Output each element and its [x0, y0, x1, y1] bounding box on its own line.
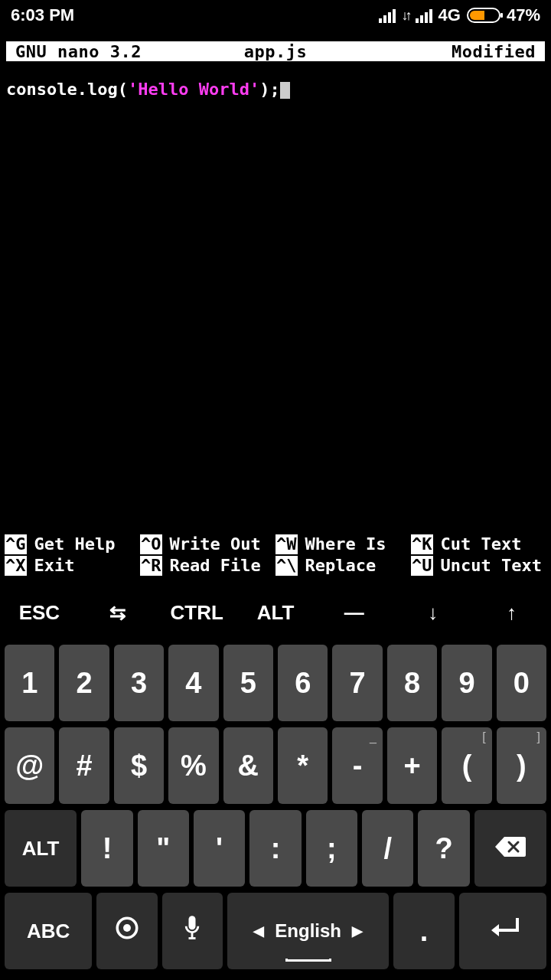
key-label: 9: [458, 667, 474, 700]
extra-key-up[interactable]: ↑: [472, 601, 551, 625]
shortcut-label: Write Out: [170, 534, 261, 554]
key-8[interactable]: 8: [387, 645, 437, 721]
nano-app-name: GNU nano 3.2: [6, 42, 189, 61]
key-label: %: [181, 750, 207, 782]
keyboard-row-3: ALT ! " ' : ; / ?: [2, 807, 549, 890]
shortcut-replace: ^\ Replace: [276, 556, 411, 576]
shortcut-write-out: ^O Write Out: [140, 534, 276, 554]
keyboard-row-4: ABC ◀ English ▶ .: [2, 890, 549, 972]
key-rparen[interactable]: ]): [497, 727, 546, 804]
key-dollar[interactable]: $: [114, 727, 164, 804]
keyboard-row-2: @ # $ % & * _- + [( ]): [2, 724, 549, 807]
key-1[interactable]: 1: [5, 645, 54, 721]
key-lparen[interactable]: [(: [442, 727, 491, 804]
key-6[interactable]: 6: [278, 645, 328, 721]
key-plus[interactable]: +: [387, 727, 437, 804]
key-sublabel: [: [482, 730, 485, 744]
key-slash[interactable]: /: [362, 810, 413, 887]
key-percent[interactable]: %: [168, 727, 218, 804]
network-label: 4G: [439, 5, 461, 25]
key-backspace[interactable]: [474, 810, 546, 887]
signal-icon-1: [379, 8, 396, 23]
nano-status: Modified: [362, 42, 545, 61]
editor-content[interactable]: console.log('Hello World');: [0, 61, 551, 534]
extra-key-tab[interactable]: ⇆: [79, 601, 158, 625]
nano-shortcuts: ^G Get Help ^O Write Out ^W Where Is ^K …: [0, 534, 551, 576]
nano-filename: app.js: [189, 42, 363, 61]
key-star[interactable]: *: [278, 727, 328, 804]
key-label: ;: [327, 832, 337, 865]
key-0[interactable]: 0: [497, 645, 546, 721]
soft-keyboard: 1 2 3 4 5 6 7 8 9 0 @ # $ % & * _- + [( …: [0, 639, 551, 980]
key-question[interactable]: ?: [418, 810, 469, 887]
code-suffix: );: [259, 80, 280, 99]
chevron-right-icon: ▶: [352, 923, 363, 939]
key-label: *: [297, 750, 308, 782]
termux-extra-keys: ESC ⇆ CTRL ALT — ↓ ↑: [0, 586, 551, 639]
extra-key-esc[interactable]: ESC: [0, 601, 79, 625]
key-at[interactable]: @: [5, 727, 54, 804]
chevron-left-icon: ◀: [253, 923, 264, 939]
code-string: 'Hello World': [128, 80, 259, 99]
extra-key-alt[interactable]: ALT: [236, 601, 315, 625]
key-label: 8: [404, 667, 420, 700]
key-label: 4: [185, 667, 201, 700]
key-9[interactable]: 9: [442, 645, 491, 721]
key-semicolon[interactable]: ;: [306, 810, 357, 887]
key-2[interactable]: 2: [59, 645, 109, 721]
shortcut-label: Uncut Text: [441, 556, 542, 576]
enter-icon: [484, 915, 522, 948]
space-language-label: English: [275, 920, 341, 942]
extra-key-dash[interactable]: —: [315, 601, 393, 625]
gear-icon: [114, 915, 140, 948]
key-label: ': [216, 832, 223, 865]
key-label: $: [131, 750, 147, 782]
key-4[interactable]: 4: [168, 645, 218, 721]
key-3[interactable]: 3: [114, 645, 164, 721]
key-label: ": [156, 832, 170, 865]
key-abc[interactable]: ABC: [5, 893, 92, 969]
shortcut-key: ^W: [276, 534, 298, 554]
nano-title-bar: GNU nano 3.2 app.js Modified: [6, 41, 545, 61]
key-space[interactable]: ◀ English ▶: [227, 893, 389, 969]
key-label: /: [383, 832, 392, 865]
status-time: 6:03 PM: [11, 5, 74, 25]
extra-key-ctrl[interactable]: CTRL: [158, 601, 236, 625]
key-label: 7: [350, 667, 366, 700]
shortcut-key: ^G: [5, 534, 27, 554]
key-label: ?: [435, 832, 452, 865]
key-bang[interactable]: !: [81, 810, 132, 887]
shortcut-key: ^O: [140, 534, 162, 554]
key-colon[interactable]: :: [249, 810, 301, 887]
key-period[interactable]: .: [393, 893, 454, 969]
key-label: ): [517, 750, 527, 782]
key-alt[interactable]: ALT: [5, 810, 77, 887]
key-label: #: [77, 750, 93, 782]
key-dash[interactable]: _-: [332, 727, 382, 804]
battery-icon: [467, 8, 500, 23]
key-settings[interactable]: [96, 893, 157, 969]
backspace-icon: [494, 832, 527, 865]
shortcut-read-file: ^R Read File: [140, 556, 276, 576]
key-label: +: [403, 750, 420, 782]
extra-key-down[interactable]: ↓: [393, 601, 472, 625]
key-squote[interactable]: ': [194, 810, 245, 887]
shortcut-key: ^K: [411, 534, 433, 554]
key-7[interactable]: 7: [332, 645, 382, 721]
key-5[interactable]: 5: [223, 645, 273, 721]
key-hash[interactable]: #: [59, 727, 109, 804]
android-status-bar: 6:03 PM ↓↑ 4G 47%: [0, 0, 551, 31]
shortcut-exit: ^X Exit: [5, 556, 140, 576]
key-label: .: [420, 915, 429, 948]
key-voice[interactable]: [162, 893, 223, 969]
svg-point-1: [123, 924, 131, 932]
shortcut-key: ^X: [5, 556, 27, 576]
shortcut-label: Read File: [170, 556, 261, 576]
key-dquote[interactable]: ": [138, 810, 189, 887]
shortcut-uncut-text: ^U Uncut Text: [411, 556, 546, 576]
shortcut-label: Where Is: [305, 534, 386, 554]
key-amp[interactable]: &: [223, 727, 273, 804]
shortcut-label: Cut Text: [441, 534, 522, 554]
key-label: ALT: [22, 837, 60, 861]
key-enter[interactable]: [459, 893, 546, 969]
